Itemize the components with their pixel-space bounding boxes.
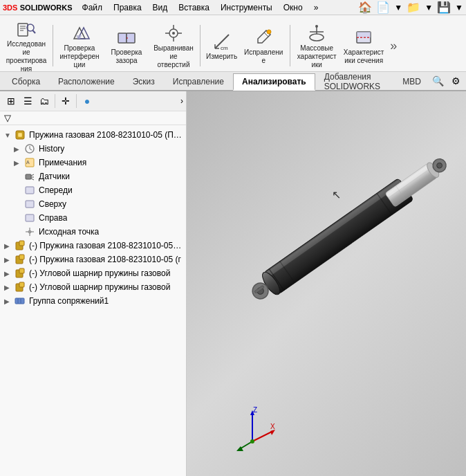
tree-item-part3[interactable]: ▶ (-) Угловой шарнир пружины газовой [0, 266, 186, 280]
3d-viewport[interactable]: ↖ Z X [187, 91, 466, 476]
svg-rect-53 [19, 268, 24, 273]
feature-tree-panel: ⊞ ☰ 🗂 ✛ ● › ▽ ▼ Пружи [0, 91, 187, 476]
svg-rect-60 [264, 179, 402, 278]
notes-icon: A [24, 156, 36, 169]
part3-expand: ▶ [4, 270, 14, 277]
sidebar-toolbar: ⊞ ☰ 🗂 ✛ ● › [0, 91, 186, 111]
main-toolbar: Исследование проектирования Проверка инт… [0, 15, 466, 72]
toolbar-more[interactable]: » [390, 39, 397, 53]
tree-item-part2[interactable]: ▶ (-) Пружина газовая 2108-8231010-05 (г [0, 253, 186, 266]
toolbar-dropdown2-icon[interactable]: ▼ [425, 3, 433, 12]
mass-label: Массовые характеристики [296, 44, 337, 69]
svg-line-5 [33, 30, 36, 33]
tree-item-notes[interactable]: ▶ A Примечания [0, 156, 186, 170]
toolbar-folder-icon[interactable]: 📁 [407, 1, 420, 14]
origin-label: Исходная точка [39, 227, 99, 237]
sidebar-btn-grid[interactable]: ⊞ [3, 93, 19, 109]
toolbar-section[interactable]: Характеристики сечения [343, 26, 384, 65]
toolbar-measure[interactable]: cm Измерить [206, 30, 237, 61]
svg-rect-58 [21, 298, 24, 304]
sidebar-btn-sphere[interactable]: ● [79, 93, 95, 109]
align-label: Выравнивание отверстий [153, 44, 194, 69]
toolbar-fix[interactable]: Исправление [243, 26, 284, 65]
menu-insert[interactable]: Вставка [173, 1, 215, 14]
sidebar-btn-list[interactable]: ☰ [19, 93, 36, 109]
tree-item-front[interactable]: Спереди [0, 183, 186, 197]
tree-item-right[interactable]: Справа [0, 211, 186, 225]
svg-rect-44 [26, 214, 34, 221]
toolbar-dropdown-icon[interactable]: ▼ [394, 3, 402, 12]
svg-marker-78 [270, 430, 275, 435]
menu-view[interactable]: Вид [147, 1, 174, 14]
svg-rect-32 [18, 133, 22, 137]
part2-icon [14, 253, 26, 266]
toolbar-research[interactable]: Исследование проектирования [6, 18, 47, 73]
3d-model [221, 112, 466, 389]
tree-item-part1[interactable]: ▶ (-) Пружина газовая 2108-8231010-05 (с [0, 239, 186, 253]
toolbar-clearance[interactable]: Проверка зазора [106, 26, 147, 65]
ribbon-search-icon[interactable]: 🔍 [430, 73, 445, 89]
tree-root[interactable]: ▼ Пружина газовая 2108-8231010-05 (По ум… [0, 128, 186, 142]
part4-label: (-) Угловой шарнир пружины газовой [29, 282, 170, 292]
tab-mbd[interactable]: MBD [393, 73, 430, 89]
part2-label: (-) Пружина газовая 2108-8231010-05 (г [29, 255, 181, 264]
mass-icon [306, 22, 328, 44]
svg-point-24 [310, 34, 324, 41]
svg-point-13 [172, 32, 175, 35]
toolbar-mass[interactable]: Массовые характеристики [296, 22, 337, 69]
ribbon-settings-icon[interactable]: ⚙ [448, 73, 463, 89]
toolbar-sep-2 [200, 25, 201, 66]
tab-analyze[interactable]: Анализировать [233, 73, 315, 91]
sidebar-sep-1 [55, 94, 55, 108]
more-icon: » [390, 39, 397, 53]
svg-text:cm: cm [221, 45, 228, 51]
toolbar-house-icon[interactable]: 🏠 [358, 1, 372, 14]
sensors-expand [14, 173, 24, 181]
sidebar-expand-btn[interactable]: › [180, 96, 183, 106]
filter-row: ▽ [0, 111, 186, 125]
svg-text:Z: Z [253, 407, 257, 414]
ribbon-right-icons: 🔍 ⚙ [430, 73, 463, 89]
sidebar-btn-add[interactable]: ✛ [57, 93, 74, 109]
tab-layout[interactable]: Расположение [49, 73, 124, 89]
interference-icon [68, 22, 91, 44]
menu-file[interactable]: Файл [77, 1, 109, 14]
filter-icon[interactable]: ▽ [4, 113, 11, 123]
feature-tree[interactable]: ▼ Пружина газовая 2108-8231010-05 (По ум… [0, 125, 186, 476]
tree-item-history[interactable]: ▶ History [0, 142, 186, 156]
tab-fix[interactable]: Исправление [164, 73, 233, 89]
toolbar-interference[interactable]: Проверка интерференции [59, 22, 100, 69]
svg-rect-55 [19, 282, 24, 287]
menu-tools[interactable]: Инструменты [215, 1, 278, 14]
menu-more[interactable]: » [308, 1, 324, 14]
toolbar-align[interactable]: Выравнивание отверстий [153, 22, 194, 69]
notes-label: Примечания [39, 158, 86, 167]
sidebar-btn-tree[interactable]: 🗂 [36, 93, 53, 109]
toolbar-dropdown3-icon[interactable]: ▼ [455, 3, 463, 12]
tree-item-part4[interactable]: ▶ (-) Угловой шарнир пружины газовой [0, 280, 186, 294]
tree-item-sensors[interactable]: Датчики [0, 170, 186, 183]
part4-expand: ▶ [4, 284, 14, 291]
tree-item-top[interactable]: Сверху [0, 197, 186, 211]
sensors-label: Датчики [39, 172, 70, 181]
part3-label: (-) Угловой шарнир пружины газовой [29, 268, 170, 278]
right-label: Справа [39, 213, 67, 223]
svg-rect-43 [26, 201, 34, 208]
tree-item-origin[interactable]: Исходная точка [0, 225, 186, 239]
top-label: Сверху [39, 199, 66, 209]
part1-icon [14, 239, 26, 252]
toolbar-save-icon[interactable]: 💾 [437, 1, 451, 14]
svg-line-77 [252, 431, 273, 441]
menu-edit[interactable]: Правка [108, 1, 147, 14]
fix-label: Исправление [243, 48, 284, 65]
right-expand [14, 214, 24, 222]
tab-assembly[interactable]: Сборка [3, 73, 49, 89]
toolbar-sep-3 [290, 25, 290, 66]
tab-addins[interactable]: Добавления SOLIDWORKS [315, 68, 394, 94]
toolbar-new-icon[interactable]: 📄 [376, 1, 390, 14]
tree-item-mategroup[interactable]: ▶ Группа сопряжений1 [0, 294, 186, 308]
tab-sketch[interactable]: Эскиз [124, 73, 164, 89]
menu-window[interactable]: Окно [278, 1, 308, 14]
svg-line-41 [31, 178, 34, 180]
research-label: Исследование проектирования [6, 40, 47, 73]
